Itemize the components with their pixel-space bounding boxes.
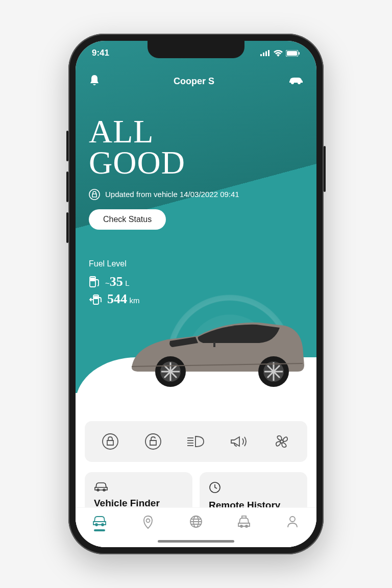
cellular-icon [260,50,271,56]
status-headline: ALL GOOD [89,116,303,179]
tab-vehicle[interactable] [85,515,114,531]
svg-rect-0 [260,54,262,56]
svg-rect-5 [287,51,297,56]
svg-point-41 [290,517,295,522]
device-notch [148,41,244,58]
car-outline-icon [94,481,108,492]
lock-button[interactable] [96,430,124,453]
svg-rect-6 [299,52,300,55]
vehicle-name: Cooper S [174,76,214,87]
vehicle-selector-icon[interactable] [288,76,303,87]
svg-point-35 [146,519,150,523]
phone-frame: 9:41 Cooper S ALL GOOD [68,34,324,554]
fuel-range: 544 km [107,291,139,307]
svg-point-23 [103,434,118,449]
fuel-volume: ~35 L [105,274,130,289]
lower-content: Vehicle Finder Remote History [76,421,316,518]
car-illustration [121,311,310,393]
tab-profile[interactable] [278,515,307,528]
notifications-icon[interactable] [89,74,100,88]
horn-button[interactable] [225,430,253,453]
status-indicators [260,50,300,57]
home-indicator[interactable] [158,540,234,543]
flash-lights-button[interactable] [182,430,210,453]
svg-rect-38 [242,516,246,518]
remote-actions-row [85,421,307,462]
update-text: Updated from vehicle 14/03/2022 09:41 [105,190,239,199]
headline-2: GOOD [89,144,185,181]
check-status-button[interactable]: Check Status [89,209,166,230]
battery-icon [286,50,300,57]
range-icon [89,294,102,305]
update-row: Updated from vehicle 14/03/2022 09:41 [89,189,303,200]
svg-rect-2 [265,52,267,57]
fuel-section: Fuel Level ~35 L 544 km [76,230,316,307]
svg-rect-1 [263,53,264,56]
wifi-icon [274,50,283,57]
fuel-volume-row: ~35 L [89,274,303,289]
status-time: 9:41 [92,48,109,58]
app-screen: 9:41 Cooper S ALL GOOD [76,41,316,547]
clock-icon [209,481,221,494]
tab-service[interactable] [230,515,258,528]
hero-section: ALL GOOD Updated from vehicle 14/03/2022… [76,88,316,230]
unlock-button[interactable] [139,430,167,453]
tab-discover[interactable] [182,515,210,528]
fuel-range-row: 544 km [89,291,303,307]
lock-status-icon [89,189,100,200]
svg-point-7 [89,189,100,200]
fuel-pump-icon [89,276,100,288]
svg-rect-3 [268,50,270,56]
svg-point-24 [145,434,161,449]
tab-map[interactable] [134,515,162,529]
svg-rect-22 [213,342,215,347]
ventilate-button[interactable] [268,430,296,453]
fuel-label: Fuel Level [89,259,303,268]
